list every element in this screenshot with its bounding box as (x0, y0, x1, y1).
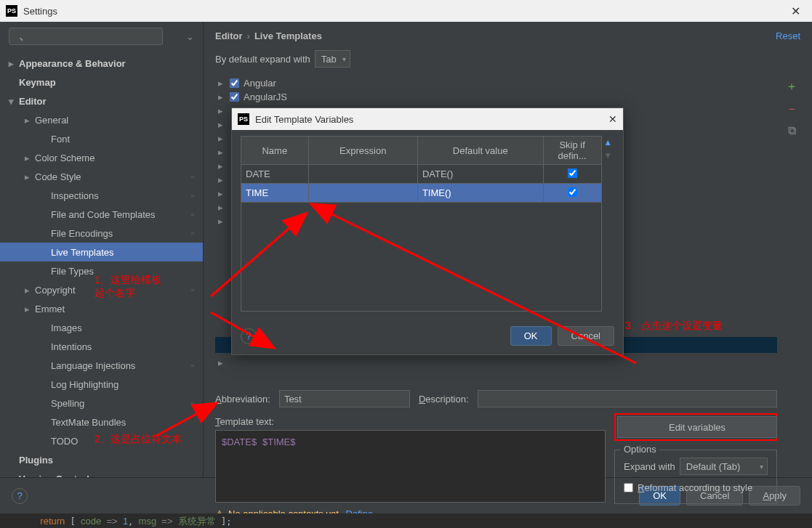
tree-item-language-injections[interactable]: Language Injections▫ (0, 356, 203, 375)
tree-item-todo[interactable]: TODO (0, 431, 203, 450)
template-group-angularjs[interactable]: ▸ AngularJS (215, 90, 777, 104)
move-up-icon[interactable]: ▲ (603, 137, 612, 147)
table-row[interactable]: DATEDATE() (241, 165, 602, 184)
expand-with-dropdown[interactable]: Default (Tab) (680, 458, 768, 475)
tree-item-label: Images (51, 322, 82, 333)
tree-item-font[interactable]: Font (0, 129, 203, 148)
reset-link[interactable]: Reset (776, 31, 800, 41)
tree-item-textmate-bundles[interactable]: TextMate Bundles (0, 413, 203, 431)
chevron-right-icon: › (247, 31, 250, 41)
tree-item-log-highlighting[interactable]: Log Highlighting (0, 375, 203, 394)
tree-item-intentions[interactable]: Intentions (0, 337, 203, 356)
tree-item-general[interactable]: General (0, 110, 203, 129)
window-title: Settings (23, 6, 57, 17)
tree-item-label: Version Control (19, 474, 89, 478)
tree-item-label: Editor (19, 96, 47, 107)
table-row[interactable]: TIMETIME() (241, 184, 602, 203)
col-expression: Expression (308, 137, 417, 165)
description-label: Description: (419, 394, 469, 405)
abbreviation-label: AAbbreviation:bbreviation: (215, 394, 270, 405)
edit-template-variables-dialog: PS Edit Template Variables ✕ Name Expres… (231, 107, 624, 355)
expand-dropdown[interactable]: Tab (315, 50, 350, 68)
tree-item-label: Color Scheme (35, 153, 95, 163)
settings-tree[interactable]: Appearance & BehaviorKeymapEditorGeneral… (0, 51, 203, 477)
help-icon[interactable]: ? (241, 328, 257, 344)
search-history-icon[interactable]: ⌄ (186, 31, 194, 42)
tree-item-label: File Types (51, 266, 94, 277)
tree-item-label: Emmet (35, 304, 65, 314)
group-checkbox[interactable] (230, 92, 239, 102)
tree-item-color-scheme[interactable]: Color Scheme (0, 148, 203, 167)
tree-item-appearance-behavior[interactable]: Appearance & Behavior (0, 54, 203, 73)
tree-item-label: Language Injections (51, 360, 135, 371)
tree-item-label: Keymap (19, 77, 56, 88)
tree-item-images[interactable]: Images (0, 318, 203, 337)
group-checkbox[interactable] (230, 78, 239, 88)
tree-item-label: General (35, 115, 68, 126)
options-legend: Options (621, 444, 659, 455)
tree-item-emmet[interactable]: Emmet (0, 299, 203, 318)
tree-item-plugins[interactable]: Plugins (0, 450, 203, 469)
tree-item-version-control[interactable]: Version Control▫ (0, 469, 203, 477)
project-scope-icon: ▫ (191, 361, 194, 370)
dialog-cancel-button[interactable]: Cancel (558, 326, 614, 346)
copy-icon[interactable]: ⧉ (788, 124, 796, 137)
tree-item-live-templates[interactable]: Live Templates▫ (0, 243, 203, 261)
tree-item-keymap[interactable]: Keymap (0, 73, 203, 92)
tree-item-editor[interactable]: Editor (0, 92, 203, 110)
project-scope-icon: ▫ (191, 285, 194, 294)
tree-item-file-types[interactable]: File Types (0, 261, 203, 280)
project-scope-icon: ▫ (191, 248, 194, 256)
tree-item-file-encodings[interactable]: File Encodings▫ (0, 224, 203, 243)
project-scope-icon: ▫ (191, 399, 194, 407)
description-input[interactable] (478, 390, 777, 407)
col-default: Default value (417, 137, 543, 165)
chevron-down-icon (9, 96, 16, 107)
chevron-right-icon (25, 153, 32, 163)
app-icon: PS (238, 113, 249, 125)
tree-item-copyright[interactable]: Copyright▫ (0, 280, 203, 299)
dialog-ok-button[interactable]: OK (510, 326, 552, 346)
tree-item-label: File and Code Templates (51, 209, 156, 220)
remove-icon[interactable]: － (786, 102, 797, 117)
reformat-checkbox[interactable] (624, 483, 633, 492)
breadcrumb-livetemplates: Live Templates (254, 31, 322, 41)
add-icon[interactable]: ＋ (786, 79, 797, 94)
tree-item-label: Live Templates (51, 247, 113, 258)
chevron-right-icon: ▸ (218, 78, 225, 89)
col-name: Name (241, 137, 309, 165)
chevron-right-icon (25, 171, 32, 182)
help-icon[interactable]: ? (12, 488, 28, 504)
tree-item-label: Plugins (19, 455, 53, 466)
tree-item-inspections[interactable]: Inspections▫ (0, 186, 203, 205)
tree-item-label: TextMate Bundles (51, 417, 126, 428)
project-scope-icon: ▫ (191, 210, 194, 219)
app-icon: PS (6, 5, 17, 17)
group-label: AngularJS (244, 92, 287, 102)
project-scope-icon: ▫ (191, 474, 194, 477)
skip-checkbox[interactable] (568, 187, 577, 197)
breadcrumb: Editor › Live Templates Reset (204, 22, 812, 47)
tree-item-spelling[interactable]: Spelling▫ (0, 394, 203, 413)
dialog-close-icon[interactable]: ✕ (608, 113, 617, 125)
template-text-input[interactable]: $DATE$ $TIME$ (215, 430, 606, 503)
chevron-right-icon: ▸ (218, 92, 225, 102)
tree-item-label: File Encodings (51, 228, 113, 239)
move-down-icon[interactable]: ▼ (603, 150, 612, 161)
abbreviation-input[interactable] (279, 390, 410, 407)
tree-item-label: Spelling (51, 398, 84, 409)
settings-sidebar: ⌄ Appearance & BehaviorKeymapEditorGener… (0, 22, 204, 477)
variables-table[interactable]: Name Expression Default value Skip if de… (241, 136, 602, 312)
search-input[interactable] (9, 28, 163, 45)
breadcrumb-editor: Editor (215, 31, 243, 41)
edit-variables-button[interactable]: Edit variables (617, 416, 777, 438)
skip-checkbox[interactable] (568, 168, 577, 178)
tree-item-code-style[interactable]: Code Style▫ (0, 167, 203, 186)
tree-item-label: Intentions (51, 341, 92, 352)
expand-label: By default expand with (215, 54, 310, 65)
chevron-right-icon (25, 115, 32, 126)
group-label: Angular (244, 78, 276, 89)
tree-item-file-and-code-templates[interactable]: File and Code Templates▫ (0, 205, 203, 224)
template-group-angular[interactable]: ▸ Angular (215, 76, 777, 90)
close-icon[interactable]: ✕ (785, 4, 806, 18)
